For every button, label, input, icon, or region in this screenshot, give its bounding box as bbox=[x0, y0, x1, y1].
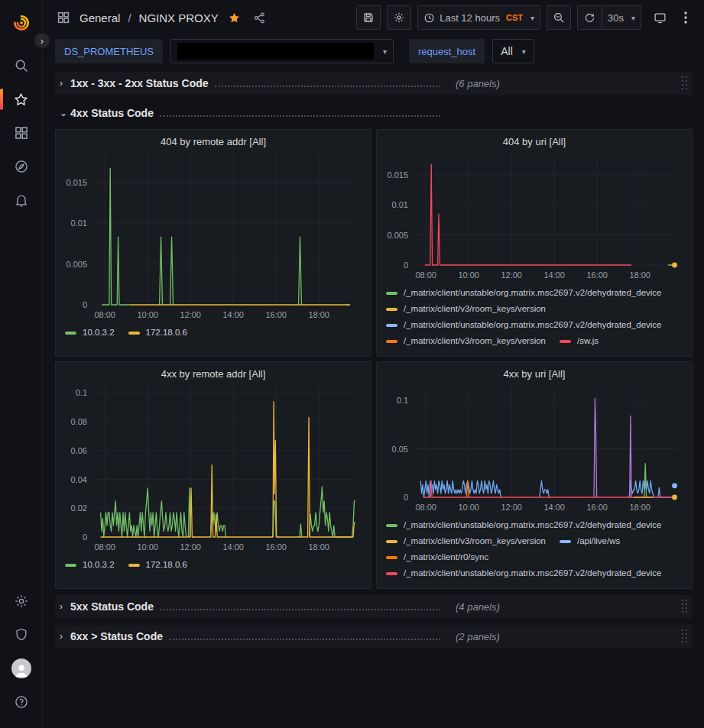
legend-item[interactable]: /sw.js bbox=[560, 333, 599, 349]
zoom-out-button[interactable] bbox=[547, 5, 571, 30]
legend-item[interactable]: /_matrix/client/v3/room_keys/version bbox=[386, 333, 546, 349]
chevron-down-icon: ▾ bbox=[530, 14, 534, 22]
row-title: 4xx Status Code bbox=[70, 107, 154, 119]
star-icon bbox=[13, 92, 29, 108]
chevron-down-icon: ▾ bbox=[522, 47, 526, 56]
share-button[interactable] bbox=[250, 11, 269, 24]
panel-title[interactable]: 4xx by remote addr [All] bbox=[62, 365, 365, 381]
sidebar-item-profile[interactable] bbox=[6, 652, 37, 685]
legend-item[interactable]: /_matrix/client/unstable/org.matrix.msc2… bbox=[386, 565, 662, 581]
panel-title[interactable]: 4xx by uri [All] bbox=[383, 365, 686, 381]
legend-item[interactable]: /_matrix/client/v3/room_keys/version bbox=[386, 533, 546, 549]
svg-text:0.04: 0.04 bbox=[71, 475, 87, 484]
sidebar-item-search[interactable] bbox=[6, 49, 37, 83]
svg-text:0.005: 0.005 bbox=[66, 260, 87, 269]
legend-item[interactable]: 172.18.0.6 bbox=[128, 557, 187, 573]
refresh-button[interactable] bbox=[577, 5, 602, 30]
row-header-5xx[interactable]: › 5xx Status Code (4 panels) bbox=[55, 595, 693, 618]
legend-row: /_matrix/client/v3/room_keys/version/api… bbox=[386, 533, 684, 549]
legend-item[interactable]: 10.0.3.2 bbox=[65, 557, 115, 573]
svg-text:12:00: 12:00 bbox=[180, 542, 201, 552]
sidebar-item-alerting[interactable] bbox=[6, 183, 37, 217]
panel-title[interactable]: 404 by uri [All] bbox=[383, 133, 686, 149]
timezone-label: CST bbox=[506, 13, 523, 22]
legend-label[interactable]: 10.0.3.2 bbox=[83, 325, 115, 341]
row-dotted-leader bbox=[160, 609, 440, 610]
dashboard-breadcrumb-icon-button[interactable] bbox=[54, 11, 73, 24]
tv-mode-button[interactable] bbox=[647, 5, 672, 30]
panel-title[interactable]: 404 by remote addr [All] bbox=[62, 133, 365, 149]
sidebar-item-server-admin[interactable] bbox=[6, 618, 37, 652]
panel-legend: 10.0.3.2172.18.0.6 bbox=[62, 555, 365, 573]
legend-label[interactable]: /_matrix/client/unstable/org.matrix.msc2… bbox=[404, 317, 662, 333]
row-drag-handle[interactable] bbox=[682, 600, 688, 613]
favorite-star-button[interactable] bbox=[225, 11, 244, 24]
legend-row: /_matrix/client/v3/room_keys/version/sw.… bbox=[386, 333, 684, 349]
row-panel-count: (2 panels) bbox=[456, 631, 500, 642]
legend-item[interactable]: /api/live/ws bbox=[560, 533, 620, 549]
row-header-1xx-3xx-2xx[interactable]: › 1xx - 3xx - 2xx Status Code (6 panels) bbox=[55, 72, 693, 95]
legend-label[interactable]: /_matrix/client/unstable/org.matrix.msc2… bbox=[404, 517, 662, 533]
row-drag-handle[interactable] bbox=[682, 76, 688, 90]
row-header-6xx[interactable]: › 6xx > Status Code (2 panels) bbox=[55, 625, 693, 648]
save-dashboard-button[interactable] bbox=[356, 5, 381, 30]
breadcrumb-folder[interactable]: General bbox=[79, 11, 120, 24]
legend-label[interactable]: /sw.js bbox=[577, 333, 599, 349]
sidebar-item-explore[interactable] bbox=[6, 150, 37, 183]
legend-label[interactable]: /_matrix/client/v3/room_keys/version bbox=[404, 301, 546, 317]
row-dotted-leader bbox=[215, 86, 440, 87]
legend-item[interactable]: 10.0.3.2 bbox=[65, 325, 115, 341]
panel-legend: /_matrix/client/unstable/org.matrix.msc2… bbox=[383, 516, 686, 581]
row-drag-handle[interactable] bbox=[682, 629, 688, 643]
variable-dropdown-request-host[interactable]: All ▾ bbox=[492, 39, 534, 63]
legend-row: /_matrix/client/unstable/org.matrix.msc2… bbox=[386, 565, 684, 581]
timeseries-plot[interactable]: 00.0050.010.01508:0010:0012:0014:0016:00… bbox=[62, 149, 365, 323]
legend-row: 10.0.3.2172.18.0.6 bbox=[65, 557, 363, 573]
svg-text:16:00: 16:00 bbox=[586, 270, 608, 280]
sidebar-item-configuration[interactable] bbox=[6, 584, 37, 618]
legend-item[interactable]: 172.18.0.6 bbox=[128, 325, 187, 341]
legend-label[interactable]: 172.18.0.6 bbox=[146, 557, 187, 573]
timeseries-plot[interactable]: 00.0050.010.01508:0010:0012:0014:0016:00… bbox=[383, 149, 686, 283]
avatar bbox=[11, 658, 31, 678]
breadcrumb-dashboard-title[interactable]: NGINX PROXY bbox=[139, 11, 219, 24]
row-panel-count: (4 panels) bbox=[456, 601, 500, 613]
legend-label[interactable]: /api/live/ws bbox=[577, 533, 620, 549]
compass-icon bbox=[14, 159, 29, 174]
legend-label[interactable]: /_matrix/client/unstable/org.matrix.msc2… bbox=[404, 285, 662, 301]
svg-text:0: 0 bbox=[83, 300, 87, 309]
legend-item[interactable]: /_matrix/client/unstable/org.matrix.msc2… bbox=[386, 285, 662, 301]
legend-item[interactable]: /_matrix/client/unstable/org.matrix.msc2… bbox=[386, 317, 662, 333]
timeseries-plot[interactable]: 00.050.108:0010:0012:0014:0016:0018:00 bbox=[383, 381, 686, 516]
refresh-group: 30s ▾ bbox=[577, 5, 641, 30]
row-title-wrap: 1xx - 3xx - 2xx Status Code bbox=[70, 77, 442, 89]
refresh-interval-picker[interactable]: 30s ▾ bbox=[602, 5, 641, 30]
svg-text:14:00: 14:00 bbox=[543, 503, 565, 512]
sidebar-item-help[interactable] bbox=[6, 685, 37, 719]
svg-text:12:00: 12:00 bbox=[501, 503, 522, 512]
dashboard-settings-button[interactable] bbox=[387, 5, 411, 30]
legend-label[interactable]: /_matrix/client/v3/room_keys/version bbox=[404, 333, 546, 349]
sidebar-item-starred[interactable] bbox=[6, 83, 37, 116]
legend-label[interactable]: /_matrix/client/v3/room_keys/version bbox=[404, 533, 546, 549]
time-range-picker[interactable]: Last 12 hours CST ▾ bbox=[417, 5, 540, 30]
legend-label[interactable]: 172.18.0.6 bbox=[146, 325, 187, 341]
legend-label[interactable]: 10.0.3.2 bbox=[83, 557, 115, 573]
grafana-logo[interactable] bbox=[6, 8, 37, 38]
legend-row: /_matrix/client/r0/sync bbox=[386, 549, 684, 565]
legend-label[interactable]: /_matrix/client/unstable/org.matrix.msc2… bbox=[404, 565, 662, 581]
legend-item[interactable]: /_matrix/client/v3/room_keys/version bbox=[386, 301, 546, 317]
svg-text:0.1: 0.1 bbox=[397, 396, 408, 405]
chevron-down-icon: ▾ bbox=[631, 14, 635, 22]
sidebar-expand-button[interactable]: › bbox=[32, 31, 52, 50]
variable-dropdown-ds-prometheus[interactable]: ▾ bbox=[170, 39, 394, 63]
svg-text:0.015: 0.015 bbox=[66, 178, 87, 187]
legend-item[interactable]: /_matrix/client/unstable/org.matrix.msc2… bbox=[386, 517, 662, 533]
sidebar-item-dashboards[interactable] bbox=[6, 116, 37, 150]
legend-item[interactable]: /_matrix/client/r0/sync bbox=[386, 549, 488, 565]
legend-label[interactable]: /_matrix/client/r0/sync bbox=[404, 549, 488, 565]
row-header-4xx[interactable]: ⌄ 4xx Status Code bbox=[55, 102, 693, 125]
timeseries-plot[interactable]: 00.020.040.060.080.108:0010:0012:0014:00… bbox=[62, 381, 365, 555]
more-options-button[interactable] bbox=[678, 5, 693, 30]
zoom-out-icon bbox=[553, 11, 565, 24]
